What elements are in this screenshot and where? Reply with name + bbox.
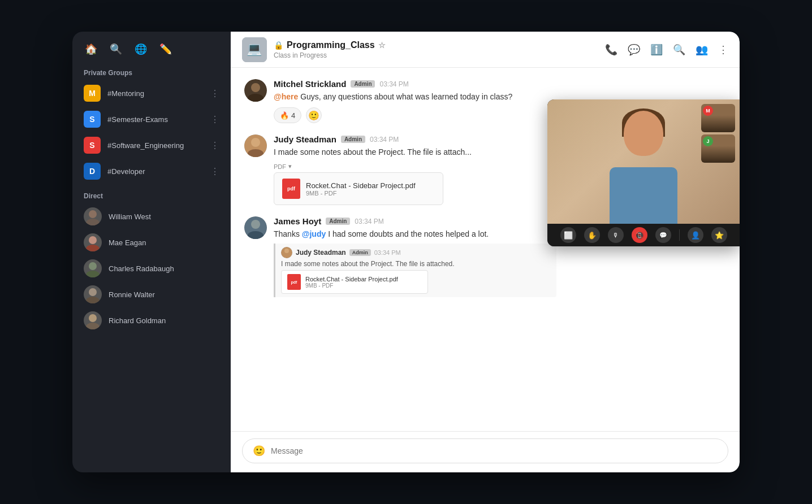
svg-point-0 — [89, 210, 97, 218]
reaction-fire[interactable]: 🔥 4 — [274, 107, 301, 123]
quoted-badge: Admin — [349, 249, 371, 256]
thread-icon[interactable]: 💬 — [628, 44, 640, 56]
msg-sender-judy: Judy Steadman — [274, 134, 336, 144]
info-icon[interactable]: ℹ️ — [650, 44, 663, 56]
mention-here: @here — [274, 92, 298, 101]
direct-name-william: William West — [109, 212, 151, 221]
groups-list: M #Mentoring ⋮ S #Semester-Exams ⋮ S #So… — [72, 80, 231, 184]
emoji-icon[interactable]: 🙂 — [253, 445, 265, 457]
vc-mic-btn[interactable]: 🎙 — [608, 227, 624, 243]
direct-item-charles[interactable]: Charles Radabaugh — [72, 255, 231, 281]
quoted-file[interactable]: pdf Rocket.Chat - Sidebar Project.pdf 9M… — [281, 270, 428, 294]
main-chat-area: 💻 🔒 Programming_Class ☆ Class in Progres… — [231, 32, 740, 472]
group-badge-m: M — [84, 85, 101, 102]
svg-point-3 — [86, 245, 100, 251]
msg-thanks: Thanks — [274, 229, 302, 238]
video-main: M J — [547, 99, 740, 224]
quoted-pdf-icon: pdf — [287, 274, 301, 290]
msg-header-mitchel: Mitchel Strickland Admin 03:34 PM — [274, 79, 726, 89]
quoted-message: Judy Steadman Admin 03:34 PM I made some… — [274, 244, 556, 297]
file-info-judy: Rocket.Chat - Sidebar Project.pdf 9MB - … — [306, 181, 416, 197]
file-attachment-judy[interactable]: pdf Rocket.Chat - Sidebar Project.pdf 9M… — [274, 172, 443, 205]
direct-item-richard[interactable]: Richard Goldman — [72, 307, 231, 333]
svg-point-22 — [284, 249, 289, 253]
group-badge-s2: S — [84, 137, 101, 154]
group-more-software[interactable]: ⋮ — [210, 140, 219, 151]
avatar-james — [244, 216, 267, 239]
edit-icon[interactable]: ✏️ — [159, 43, 172, 55]
group-more-developer[interactable]: ⋮ — [210, 166, 219, 177]
members-icon[interactable]: 👥 — [696, 44, 708, 56]
svg-point-1 — [86, 219, 100, 225]
direct-name-richard: Richard Goldman — [109, 316, 166, 325]
svg-point-8 — [89, 314, 97, 322]
globe-icon[interactable]: 🌐 — [135, 43, 147, 55]
direct-item-william[interactable]: William West — [72, 203, 231, 229]
video-call-overlay: M J ⬜ ✋ 🎙 📵 💬 👤 ⭐ — [547, 99, 740, 246]
direct-contacts-list: William West Mae Eagan Charles Radabaugh… — [72, 203, 231, 333]
sidebar-nav-icons: 🏠 🔍 🌐 ✏️ — [72, 32, 231, 64]
thumb-label-j: J — [703, 136, 713, 146]
direct-item-mae[interactable]: Mae Eagan — [72, 229, 231, 255]
vc-chat-btn[interactable]: 💬 — [655, 227, 671, 243]
vc-person-btn[interactable]: 👤 — [688, 227, 703, 243]
quoted-file-info: Rocket.Chat - Sidebar Project.pdf 9MB - … — [305, 276, 398, 289]
group-item-software[interactable]: S #Software_Engineering ⋮ — [72, 132, 231, 158]
svg-text:💻: 💻 — [247, 41, 262, 57]
chevron-icon: ▾ — [288, 163, 292, 170]
group-item-developer[interactable]: D #Developer ⋮ — [72, 158, 231, 184]
group-more-mentoring[interactable]: ⋮ — [210, 88, 219, 99]
vc-star-btn[interactable]: ⭐ — [711, 227, 727, 243]
vc-screen-btn[interactable]: ⬜ — [560, 227, 576, 243]
quoted-sender: Judy Steadman — [296, 249, 346, 257]
person-body — [610, 167, 677, 224]
quoted-file-size: 9MB - PDF — [305, 283, 398, 289]
video-controls: ⬜ ✋ 🎙 📵 💬 👤 ⭐ — [547, 224, 740, 246]
quoted-header: Judy Steadman Admin 03:34 PM — [281, 247, 551, 258]
person-head — [624, 111, 663, 156]
svg-point-4 — [89, 262, 97, 270]
group-name-mentoring: #Mentoring — [107, 89, 210, 98]
svg-point-7 — [86, 297, 100, 303]
video-thumb-j: J — [701, 134, 735, 163]
video-thumbnails: M J — [701, 104, 735, 163]
avatar-ronnie — [84, 285, 102, 303]
msg-thanks-rest: I had some doubts and the notes helped a… — [328, 229, 489, 238]
group-name-semester: #Semester-Exams — [107, 115, 210, 124]
vc-separator — [679, 229, 680, 241]
quoted-avatar-judy — [281, 247, 292, 258]
group-item-mentoring[interactable]: M #Mentoring ⋮ — [72, 80, 231, 106]
avatar-mae — [84, 233, 102, 251]
message-input[interactable] — [271, 446, 718, 455]
direct-name-mae: Mae Eagan — [109, 238, 146, 247]
svg-point-6 — [89, 288, 97, 296]
avatar-charles — [84, 259, 102, 277]
quoted-time: 03:34 PM — [374, 249, 401, 256]
search-header-icon[interactable]: 🔍 — [673, 44, 685, 56]
msg-time-mitchel: 03:34 PM — [379, 80, 408, 88]
star-icon[interactable]: ☆ — [378, 41, 386, 50]
channel-image: 💻 — [242, 37, 267, 62]
search-icon[interactable]: 🔍 — [110, 43, 122, 55]
reaction-add[interactable]: 🙂 — [306, 107, 322, 123]
file-size-judy: 9MB - PDF — [306, 190, 416, 197]
vc-end-call-btn[interactable]: 📵 — [632, 227, 647, 243]
group-more-semester[interactable]: ⋮ — [210, 114, 219, 125]
app-container: 🏠 🔍 🌐 ✏️ Private Groups M #Mentoring ⋮ S… — [72, 32, 740, 472]
quoted-file-name: Rocket.Chat - Sidebar Project.pdf — [305, 276, 398, 283]
reaction-count: 4 — [291, 111, 295, 120]
more-icon[interactable]: ⋮ — [718, 44, 728, 56]
avatar-mitchel — [244, 79, 267, 102]
phone-icon[interactable]: 📞 — [605, 44, 617, 56]
chat-header: 💻 🔒 Programming_Class ☆ Class in Progres… — [231, 32, 740, 68]
mention-judy: @judy — [302, 229, 326, 238]
direct-title: Direct — [72, 184, 231, 203]
pdf-icon: pdf — [282, 179, 300, 199]
vc-hand-btn[interactable]: ✋ — [584, 227, 600, 243]
direct-item-ronnie[interactable]: Ronnie Walter — [72, 281, 231, 307]
channel-info: 🔒 Programming_Class ☆ Class in Progress — [274, 40, 605, 59]
group-item-semester[interactable]: S #Semester-Exams ⋮ — [72, 106, 231, 132]
home-icon[interactable]: 🏠 — [85, 43, 97, 55]
group-name-software: #Software_Engineering — [107, 141, 210, 150]
direct-name-charles: Charles Radabaugh — [109, 264, 174, 273]
